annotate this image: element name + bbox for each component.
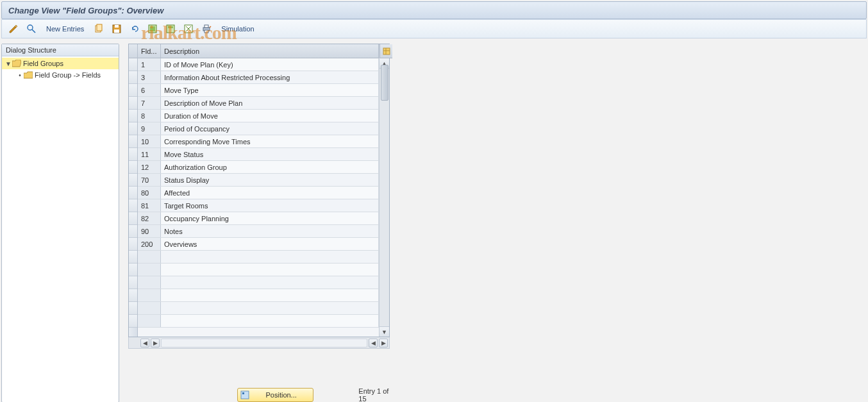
table-row[interactable]: 6Move Type <box>138 84 379 97</box>
cell-description[interactable] <box>161 302 379 314</box>
cell-description[interactable]: Period of Occupancy <box>161 122 379 135</box>
row-selector[interactable] <box>129 58 137 71</box>
cell-field-group[interactable] <box>138 315 161 327</box>
table-row[interactable]: 3Information About Restricted Processing <box>138 71 379 84</box>
table-row[interactable]: 1ID of Move Plan (Key) <box>138 58 379 71</box>
cell-field-group[interactable]: 9 <box>138 122 161 135</box>
grid-body[interactable]: 1ID of Move Plan (Key)3Information About… <box>138 58 379 337</box>
row-selector[interactable] <box>129 97 137 110</box>
table-row[interactable]: 9Period of Occupancy <box>138 122 379 135</box>
row-selector[interactable] <box>129 264 137 276</box>
dialog-structure-tree[interactable]: ▼ Field Groups • Field Group -> Fields <box>2 56 119 402</box>
row-selector[interactable] <box>129 276 137 289</box>
table-row[interactable]: 90Notes <box>138 225 379 238</box>
table-row[interactable]: 82Occupancy Planning <box>138 212 379 225</box>
cell-description[interactable]: Affected <box>161 187 379 199</box>
cell-description[interactable] <box>161 289 379 301</box>
row-selector[interactable] <box>129 84 137 97</box>
cell-field-group[interactable]: 12 <box>138 161 161 173</box>
cell-description[interactable]: Description of Move Plan <box>161 97 379 109</box>
table-row[interactable]: 10Corresponding Move Times <box>138 135 379 148</box>
cell-description[interactable] <box>161 276 379 289</box>
simulation-button[interactable]: Simulation <box>217 22 258 35</box>
cell-description[interactable]: Move Type <box>161 84 379 96</box>
table-settings-icon[interactable] <box>380 44 392 58</box>
row-selector[interactable] <box>129 302 137 315</box>
table-row[interactable]: 70Status Display <box>138 174 379 187</box>
cell-description[interactable] <box>161 315 379 327</box>
select-all-icon[interactable] <box>145 22 160 35</box>
copy-icon[interactable] <box>91 22 106 35</box>
tree-node-field-groups[interactable]: ▼ Field Groups <box>2 58 119 69</box>
table-row[interactable]: 81Target Rooms <box>138 199 379 212</box>
table-row[interactable]: 7Description of Move Plan <box>138 97 379 110</box>
cell-description[interactable]: Move Status <box>161 148 379 160</box>
row-selector[interactable] <box>129 289 137 302</box>
table-row[interactable]: 12Authorization Group <box>138 161 379 174</box>
table-row[interactable] <box>138 315 379 328</box>
row-selector[interactable] <box>129 238 137 251</box>
table-row[interactable]: 200Overviews <box>138 238 379 251</box>
new-entries-button[interactable]: New Entries <box>42 22 88 35</box>
vertical-scrollbar[interactable]: ▲ ▼ <box>379 44 389 337</box>
row-selector[interactable] <box>129 161 137 174</box>
horizontal-scrollbar[interactable]: ◀ ▶ ◀ ▶ <box>128 337 390 349</box>
cell-field-group[interactable] <box>138 302 161 314</box>
table-row[interactable] <box>138 302 379 315</box>
undo-icon[interactable] <box>127 22 142 35</box>
table-row[interactable] <box>138 276 379 289</box>
position-button[interactable]: Position... <box>237 388 313 402</box>
save-icon[interactable] <box>109 22 124 35</box>
row-selector[interactable] <box>129 315 137 328</box>
row-selector[interactable] <box>129 135 137 148</box>
cell-description[interactable]: Overviews <box>161 238 379 250</box>
cell-field-group[interactable] <box>138 264 161 276</box>
cell-field-group[interactable]: 7 <box>138 97 161 109</box>
scroll-right-icon[interactable]: ▶ <box>379 339 388 348</box>
tree-expand-icon[interactable]: ▼ <box>4 60 12 67</box>
row-selector[interactable] <box>129 199 137 212</box>
cell-description[interactable]: Notes <box>161 225 379 237</box>
row-selector[interactable] <box>129 174 137 187</box>
table-row[interactable] <box>138 264 379 276</box>
cell-field-group[interactable]: 8 <box>138 110 161 122</box>
row-selector[interactable] <box>129 71 137 84</box>
scroll-right-step-icon[interactable]: ▶ <box>151 339 160 348</box>
cell-description[interactable] <box>161 264 379 276</box>
cell-description[interactable]: Information About Restricted Processing <box>161 71 379 83</box>
row-selector[interactable] <box>129 187 137 199</box>
row-selector[interactable] <box>129 251 137 264</box>
other-view-icon[interactable] <box>24 22 39 35</box>
cell-description[interactable]: Duration of Move <box>161 110 379 122</box>
cell-description[interactable]: Corresponding Move Times <box>161 135 379 147</box>
table-row[interactable]: 8Duration of Move <box>138 110 379 122</box>
cell-field-group[interactable]: 1 <box>138 58 161 71</box>
cell-field-group[interactable] <box>138 251 161 263</box>
cell-description[interactable]: Status Display <box>161 174 379 186</box>
cell-description[interactable]: ID of Move Plan (Key) <box>161 58 379 71</box>
cell-field-group[interactable]: 3 <box>138 71 161 83</box>
table-row[interactable]: 11Move Status <box>138 148 379 161</box>
cell-description[interactable]: Authorization Group <box>161 161 379 173</box>
table-row[interactable]: 80Affected <box>138 187 379 199</box>
cell-field-group[interactable]: 80 <box>138 187 161 199</box>
scroll-left-icon[interactable]: ◀ <box>140 339 149 348</box>
deselect-all-icon[interactable] <box>181 22 196 35</box>
scroll-thumb[interactable] <box>381 65 388 101</box>
column-header-description[interactable]: Description <box>161 44 379 58</box>
column-header-fld[interactable]: Fld... <box>138 44 161 58</box>
hscroll-track[interactable] <box>161 339 367 348</box>
cell-field-group[interactable]: 82 <box>138 212 161 224</box>
cell-description[interactable] <box>161 251 379 263</box>
toggle-change-icon[interactable] <box>6 22 21 35</box>
cell-field-group[interactable]: 81 <box>138 199 161 212</box>
table-row[interactable] <box>138 289 379 302</box>
cell-field-group[interactable]: 200 <box>138 238 161 250</box>
splitter-handle[interactable] <box>123 44 127 402</box>
row-selector[interactable] <box>129 212 137 225</box>
cell-description[interactable]: Occupancy Planning <box>161 212 379 224</box>
cell-field-group[interactable]: 90 <box>138 225 161 237</box>
row-selector[interactable] <box>129 122 137 135</box>
cell-field-group[interactable] <box>138 289 161 301</box>
scroll-left-step-icon[interactable]: ◀ <box>369 339 378 348</box>
